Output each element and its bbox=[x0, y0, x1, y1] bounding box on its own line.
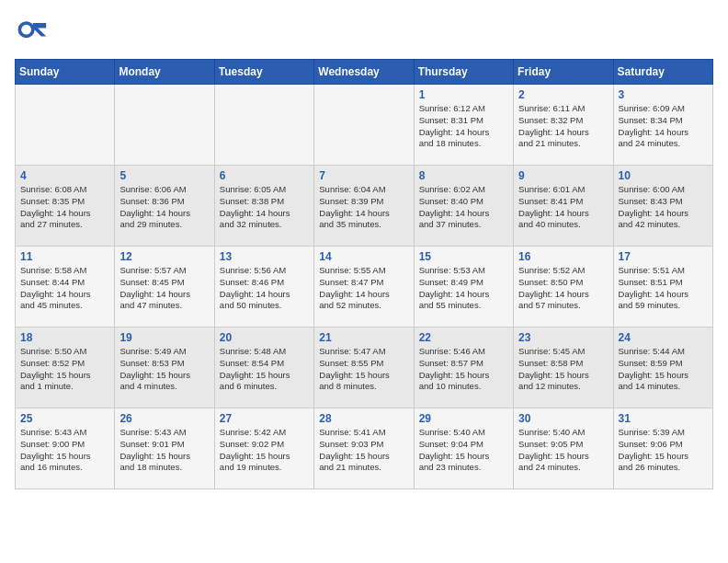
calendar-cell: 6Sunrise: 6:05 AM Sunset: 8:38 PM Daylig… bbox=[214, 166, 313, 247]
calendar-cell: 27Sunrise: 5:42 AM Sunset: 9:02 PM Dayli… bbox=[214, 408, 313, 489]
page-header bbox=[15, 15, 713, 48]
day-info: Sunrise: 5:53 AM Sunset: 8:49 PM Dayligh… bbox=[419, 265, 508, 312]
day-number: 7 bbox=[319, 169, 408, 182]
calendar-cell: 8Sunrise: 6:02 AM Sunset: 8:40 PM Daylig… bbox=[414, 166, 513, 247]
calendar-cell: 19Sunrise: 5:49 AM Sunset: 8:53 PM Dayli… bbox=[115, 327, 214, 408]
day-number: 20 bbox=[220, 331, 309, 344]
day-info: Sunrise: 5:50 AM Sunset: 8:52 PM Dayligh… bbox=[20, 346, 109, 393]
day-number: 23 bbox=[518, 331, 608, 344]
day-info: Sunrise: 5:40 AM Sunset: 9:04 PM Dayligh… bbox=[419, 427, 508, 474]
calendar-week-row: 4Sunrise: 6:08 AM Sunset: 8:35 PM Daylig… bbox=[16, 166, 713, 247]
day-info: Sunrise: 5:43 AM Sunset: 9:01 PM Dayligh… bbox=[119, 427, 209, 474]
day-number: 26 bbox=[119, 412, 209, 425]
calendar-cell: 17Sunrise: 5:51 AM Sunset: 8:51 PM Dayli… bbox=[613, 247, 712, 327]
day-number: 4 bbox=[20, 169, 109, 182]
calendar-cell: 24Sunrise: 5:44 AM Sunset: 8:59 PM Dayli… bbox=[613, 327, 712, 408]
day-number: 8 bbox=[419, 169, 508, 182]
day-number: 10 bbox=[619, 169, 708, 182]
weekday-header: Tuesday bbox=[214, 60, 313, 85]
day-info: Sunrise: 5:51 AM Sunset: 8:51 PM Dayligh… bbox=[619, 265, 708, 312]
day-info: Sunrise: 5:43 AM Sunset: 9:00 PM Dayligh… bbox=[20, 427, 109, 474]
day-number: 22 bbox=[419, 331, 508, 344]
calendar-cell: 4Sunrise: 6:08 AM Sunset: 8:35 PM Daylig… bbox=[16, 166, 115, 247]
day-number: 28 bbox=[319, 412, 408, 425]
day-number: 24 bbox=[619, 331, 708, 344]
day-info: Sunrise: 5:56 AM Sunset: 8:46 PM Dayligh… bbox=[220, 265, 309, 312]
calendar-cell: 21Sunrise: 5:47 AM Sunset: 8:55 PM Dayli… bbox=[314, 327, 414, 408]
calendar-week-row: 1Sunrise: 6:12 AM Sunset: 8:31 PM Daylig… bbox=[16, 85, 713, 166]
day-info: Sunrise: 5:46 AM Sunset: 8:57 PM Dayligh… bbox=[419, 346, 508, 393]
day-number: 3 bbox=[619, 88, 708, 101]
logo bbox=[15, 15, 53, 48]
calendar-week-row: 25Sunrise: 5:43 AM Sunset: 9:00 PM Dayli… bbox=[16, 408, 713, 489]
day-number: 14 bbox=[319, 250, 408, 263]
calendar-cell: 26Sunrise: 5:43 AM Sunset: 9:01 PM Dayli… bbox=[115, 408, 214, 489]
day-info: Sunrise: 5:45 AM Sunset: 8:58 PM Dayligh… bbox=[518, 346, 608, 393]
day-number: 9 bbox=[518, 169, 608, 182]
day-number: 27 bbox=[220, 412, 309, 425]
weekday-header: Friday bbox=[514, 60, 613, 85]
calendar-cell: 5Sunrise: 6:06 AM Sunset: 8:36 PM Daylig… bbox=[115, 166, 214, 247]
day-info: Sunrise: 6:08 AM Sunset: 8:35 PM Dayligh… bbox=[20, 184, 109, 231]
day-number: 5 bbox=[119, 169, 209, 182]
calendar-cell bbox=[115, 85, 214, 166]
day-info: Sunrise: 6:02 AM Sunset: 8:40 PM Dayligh… bbox=[419, 184, 508, 231]
day-number: 31 bbox=[619, 412, 708, 425]
day-info: Sunrise: 5:47 AM Sunset: 8:55 PM Dayligh… bbox=[319, 346, 408, 393]
calendar-week-row: 18Sunrise: 5:50 AM Sunset: 8:52 PM Dayli… bbox=[16, 327, 713, 408]
day-number: 15 bbox=[419, 250, 508, 263]
day-info: Sunrise: 6:00 AM Sunset: 8:43 PM Dayligh… bbox=[619, 184, 708, 231]
day-info: Sunrise: 5:52 AM Sunset: 8:50 PM Dayligh… bbox=[518, 265, 608, 312]
day-info: Sunrise: 5:42 AM Sunset: 9:02 PM Dayligh… bbox=[220, 427, 309, 474]
day-number: 30 bbox=[518, 412, 608, 425]
day-number: 12 bbox=[119, 250, 209, 263]
calendar-cell: 18Sunrise: 5:50 AM Sunset: 8:52 PM Dayli… bbox=[16, 327, 115, 408]
calendar-cell: 13Sunrise: 5:56 AM Sunset: 8:46 PM Dayli… bbox=[214, 247, 313, 327]
day-info: Sunrise: 6:01 AM Sunset: 8:41 PM Dayligh… bbox=[518, 184, 608, 231]
calendar-cell: 20Sunrise: 5:48 AM Sunset: 8:54 PM Dayli… bbox=[214, 327, 313, 408]
calendar-table: SundayMondayTuesdayWednesdayThursdayFrid… bbox=[15, 59, 713, 489]
logo-icon bbox=[15, 15, 48, 48]
day-info: Sunrise: 5:41 AM Sunset: 9:03 PM Dayligh… bbox=[319, 427, 408, 474]
day-info: Sunrise: 5:40 AM Sunset: 9:05 PM Dayligh… bbox=[518, 427, 608, 474]
day-info: Sunrise: 6:12 AM Sunset: 8:31 PM Dayligh… bbox=[419, 103, 508, 150]
day-number: 19 bbox=[119, 331, 209, 344]
weekday-header: Thursday bbox=[414, 60, 513, 85]
day-info: Sunrise: 6:06 AM Sunset: 8:36 PM Dayligh… bbox=[119, 184, 209, 231]
calendar-cell: 1Sunrise: 6:12 AM Sunset: 8:31 PM Daylig… bbox=[414, 85, 513, 166]
calendar-cell: 15Sunrise: 5:53 AM Sunset: 8:49 PM Dayli… bbox=[414, 247, 513, 327]
calendar-cell: 16Sunrise: 5:52 AM Sunset: 8:50 PM Dayli… bbox=[514, 247, 613, 327]
calendar-week-row: 11Sunrise: 5:58 AM Sunset: 8:44 PM Dayli… bbox=[16, 247, 713, 327]
calendar-cell: 22Sunrise: 5:46 AM Sunset: 8:57 PM Dayli… bbox=[414, 327, 513, 408]
calendar-cell: 28Sunrise: 5:41 AM Sunset: 9:03 PM Dayli… bbox=[314, 408, 414, 489]
day-info: Sunrise: 5:55 AM Sunset: 8:47 PM Dayligh… bbox=[319, 265, 408, 312]
weekday-header: Monday bbox=[115, 60, 214, 85]
day-info: Sunrise: 6:11 AM Sunset: 8:32 PM Dayligh… bbox=[518, 103, 608, 150]
day-number: 6 bbox=[220, 169, 309, 182]
calendar-cell: 2Sunrise: 6:11 AM Sunset: 8:32 PM Daylig… bbox=[514, 85, 613, 166]
day-number: 1 bbox=[419, 88, 508, 101]
day-number: 2 bbox=[518, 88, 608, 101]
day-number: 13 bbox=[220, 250, 309, 263]
calendar-cell: 31Sunrise: 5:39 AM Sunset: 9:06 PM Dayli… bbox=[613, 408, 712, 489]
calendar-cell: 7Sunrise: 6:04 AM Sunset: 8:39 PM Daylig… bbox=[314, 166, 414, 247]
calendar-cell bbox=[314, 85, 414, 166]
day-info: Sunrise: 6:05 AM Sunset: 8:38 PM Dayligh… bbox=[220, 184, 309, 231]
day-info: Sunrise: 5:39 AM Sunset: 9:06 PM Dayligh… bbox=[619, 427, 708, 474]
calendar-cell: 23Sunrise: 5:45 AM Sunset: 8:58 PM Dayli… bbox=[514, 327, 613, 408]
day-number: 25 bbox=[20, 412, 109, 425]
day-info: Sunrise: 5:49 AM Sunset: 8:53 PM Dayligh… bbox=[119, 346, 209, 393]
weekday-header-row: SundayMondayTuesdayWednesdayThursdayFrid… bbox=[16, 60, 713, 85]
calendar-cell: 25Sunrise: 5:43 AM Sunset: 9:00 PM Dayli… bbox=[16, 408, 115, 489]
svg-point-1 bbox=[21, 25, 31, 35]
weekday-header: Wednesday bbox=[314, 60, 414, 85]
day-info: Sunrise: 5:58 AM Sunset: 8:44 PM Dayligh… bbox=[20, 265, 109, 312]
calendar-cell: 10Sunrise: 6:00 AM Sunset: 8:43 PM Dayli… bbox=[613, 166, 712, 247]
day-info: Sunrise: 5:44 AM Sunset: 8:59 PM Dayligh… bbox=[619, 346, 708, 393]
day-info: Sunrise: 6:09 AM Sunset: 8:34 PM Dayligh… bbox=[619, 103, 708, 150]
calendar-cell: 12Sunrise: 5:57 AM Sunset: 8:45 PM Dayli… bbox=[115, 247, 214, 327]
day-info: Sunrise: 5:57 AM Sunset: 8:45 PM Dayligh… bbox=[119, 265, 209, 312]
day-info: Sunrise: 6:04 AM Sunset: 8:39 PM Dayligh… bbox=[319, 184, 408, 231]
calendar-cell: 30Sunrise: 5:40 AM Sunset: 9:05 PM Dayli… bbox=[514, 408, 613, 489]
calendar-cell bbox=[16, 85, 115, 166]
